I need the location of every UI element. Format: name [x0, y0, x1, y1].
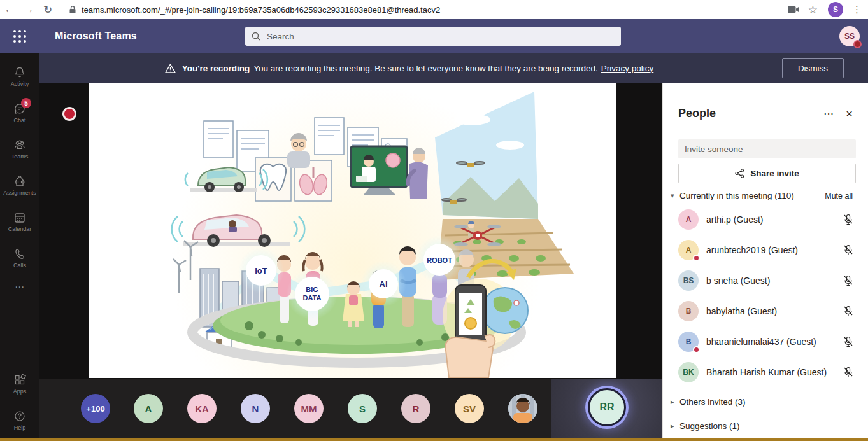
sidebar-label: Calendar	[8, 226, 32, 232]
sidebar-item-teams[interactable]: Teams	[0, 131, 39, 167]
participant-row[interactable]: A arunbtech2019 (Guest)	[663, 235, 868, 265]
participant-avatar[interactable]: N	[241, 394, 270, 423]
section-suggestions[interactable]: ▸ Suggestions (1)	[671, 421, 853, 431]
close-panel-icon[interactable]: ×	[846, 108, 853, 120]
search-input[interactable]	[266, 31, 615, 42]
avatar: B	[678, 301, 699, 321]
share-invite-button[interactable]: Share invite	[678, 164, 856, 183]
address-bar[interactable]: teams.microsoft.com/_#/pre-join-calling/…	[82, 5, 440, 15]
overflow-count-avatar[interactable]: +100	[81, 394, 110, 423]
app-title: Microsoft Teams	[55, 31, 137, 42]
participant-row[interactable]: BS b sneha (Guest)	[663, 265, 868, 296]
participant-avatar[interactable]: KA	[187, 394, 217, 423]
sidebar-label: Assignments	[3, 190, 36, 196]
chevron-right-icon[interactable]: ▸	[671, 398, 679, 406]
avatar: A	[678, 240, 699, 260]
browser-back-icon[interactable]: ←	[0, 1, 19, 18]
banner-message: You are recording this meeting. Be sure …	[253, 64, 598, 73]
browser-right-controls: ☆ S ⋮	[788, 2, 868, 17]
participant-photo	[508, 394, 537, 423]
iot-label: IoT	[255, 266, 267, 276]
browser-menu-icon[interactable]: ⋮	[852, 4, 862, 15]
sidebar-item-activity[interactable]: Activity	[0, 59, 39, 95]
sidebar-label: Chat	[13, 117, 25, 123]
mic-off-icon[interactable]	[841, 244, 853, 256]
chat-badge: 5	[21, 98, 31, 108]
bookmark-star-icon[interactable]: ☆	[808, 3, 818, 17]
avatar: A	[678, 209, 699, 230]
participant-avatar[interactable]: A	[134, 394, 163, 423]
sidebar-item-calls[interactable]: Calls	[0, 240, 39, 276]
sidebar-item-calendar[interactable]: Calendar	[0, 204, 39, 240]
avatar-initials: A	[686, 246, 692, 255]
presence-busy-icon	[853, 40, 862, 48]
avatar-initials: B	[686, 307, 692, 316]
people-more-options-icon[interactable]: ⋯	[823, 108, 834, 120]
participant-avatar[interactable]: S	[348, 394, 377, 423]
apps-icon	[13, 374, 26, 386]
camera-permission-icon[interactable]	[788, 6, 799, 13]
section-label: Suggestions (1)	[679, 421, 740, 431]
divider	[663, 389, 868, 389]
privacy-policy-link[interactable]: Privacy policy	[601, 64, 654, 73]
sidebar-label: Teams	[11, 153, 29, 160]
presence-busy-icon	[693, 255, 700, 262]
participant-avatar[interactable]: SV	[455, 394, 484, 423]
user-avatar[interactable]: SS	[839, 26, 860, 46]
sidebar-item-apps[interactable]: Apps	[0, 366, 39, 402]
participant-name: babylatha (Guest)	[706, 306, 841, 316]
section-currently-in-meeting[interactable]: ▾ Currently in this meeting (110) Mute a…	[671, 191, 853, 200]
chevron-down-icon[interactable]: ▾	[671, 192, 679, 200]
mute-all-button[interactable]: Mute all	[825, 192, 853, 200]
presence-busy-icon	[693, 346, 700, 353]
dismiss-button[interactable]: Dismiss	[782, 58, 844, 78]
section-label: Currently in this meeting (110)	[679, 191, 794, 200]
help-icon	[13, 410, 26, 423]
search-box[interactable]	[245, 27, 621, 46]
mic-off-icon[interactable]	[841, 367, 853, 378]
browser-profile-avatar[interactable]: S	[828, 2, 843, 17]
avatar-initials: B	[686, 337, 692, 346]
sidebar-item-help[interactable]: Help	[0, 402, 39, 438]
active-speaker-avatar[interactable]: RR	[590, 390, 624, 424]
bigdata-label-line1: BIG	[306, 286, 318, 293]
teams-app-header: Microsoft Teams SS	[0, 19, 868, 53]
mic-off-icon[interactable]	[841, 214, 853, 225]
mic-off-icon[interactable]	[841, 336, 853, 347]
robot-label: ROBOT	[427, 256, 452, 264]
section-label: Others invited (3)	[679, 397, 746, 407]
sidebar-label: Apps	[13, 388, 27, 395]
participant-avatar[interactable]: MM	[294, 394, 324, 423]
avatar-initials: BK	[683, 368, 694, 377]
mic-off-icon[interactable]	[841, 275, 853, 286]
participant-name: Bharath Harish Kumar (Guest)	[706, 367, 841, 377]
warning-icon	[165, 64, 176, 73]
user-initials: SS	[844, 32, 855, 41]
recording-banner: You're recording You are recording this …	[39, 53, 868, 83]
avatar: B	[678, 332, 699, 352]
mic-off-icon[interactable]	[841, 305, 853, 317]
app-launcher-waffle-icon[interactable]	[0, 30, 39, 43]
sidebar-item-assignments[interactable]: Assignments	[0, 167, 39, 204]
participant-avatar[interactable]: R	[401, 394, 430, 423]
browser-forward-icon[interactable]: →	[19, 1, 38, 18]
lock-icon	[69, 5, 76, 14]
browser-reload-icon[interactable]: ↻	[38, 1, 57, 18]
chevron-right-icon[interactable]: ▸	[671, 422, 679, 430]
participant-name: bharanielumalai437 (Guest)	[706, 337, 841, 347]
invite-someone-input[interactable]	[678, 139, 856, 158]
sidebar-label: Help	[14, 424, 26, 431]
screen-share-border	[0, 438, 868, 441]
participant-row[interactable]: B bharanielumalai437 (Guest)	[663, 326, 868, 357]
sidebar-label: Activity	[11, 81, 29, 87]
participant-row[interactable]: A arthi.p (Guest)	[663, 204, 868, 235]
sidebar-more-icon[interactable]: ⋯	[15, 281, 25, 300]
participant-row[interactable]: BK Bharath Harish Kumar (Guest)	[663, 357, 868, 388]
shared-screen-illustration: IoT BIG DATA AI ROBOT	[89, 83, 616, 378]
teams-icon	[13, 139, 27, 151]
sidebar-item-chat[interactable]: 5 Chat	[0, 95, 39, 131]
participant-row[interactable]: B babylatha (Guest)	[663, 296, 868, 326]
section-others-invited[interactable]: ▸ Others invited (3)	[671, 397, 853, 407]
sidebar-label: Calls	[13, 262, 26, 269]
participant-video-avatar[interactable]	[508, 394, 537, 423]
